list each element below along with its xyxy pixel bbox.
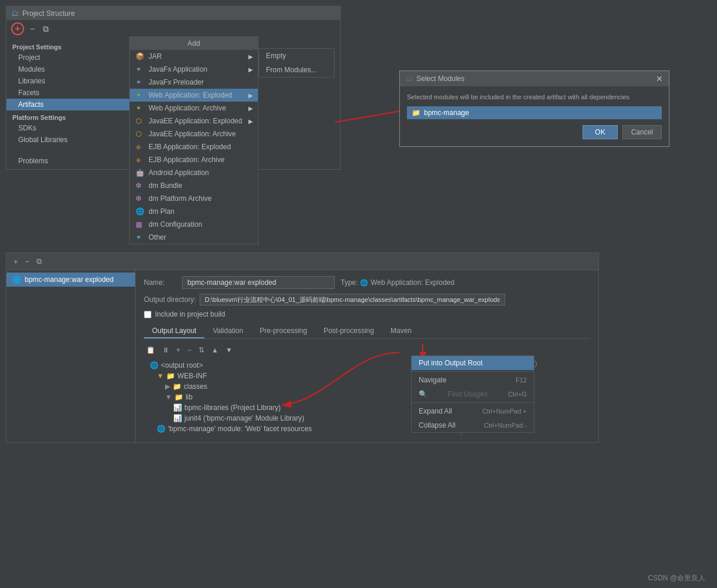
webinf-folder-icon: 📁 [166, 372, 175, 380]
menu-item-dm-bundle[interactable]: ❇ dm Bundle [130, 179, 258, 192]
menu-item-dm-plan[interactable]: 🌐 dm Plan [130, 205, 258, 218]
dm-bundle-icon: ❇ [136, 182, 145, 190]
menu-item-jar-label: JAR [149, 52, 162, 61]
menu-item-ejb-archive[interactable]: ◈ EJB Application: Archive [130, 153, 258, 166]
menu-item-web-exploded-label: Web Application: Exploded [149, 91, 233, 99]
dm-config-icon: ▦ [136, 220, 145, 229]
layout-up-btn[interactable]: ▲ [209, 345, 221, 355]
dialog-buttons: OK Cancel [407, 125, 662, 139]
include-build-label: Include in project build [155, 310, 225, 318]
ctx-collapse-all[interactable]: Collapse All Ctrl+NumPad - [412, 418, 534, 432]
webinf-label: WEB-INF [177, 372, 207, 380]
other-icon: ✦ [136, 233, 145, 241]
layout-down-btn[interactable]: ▼ [223, 345, 235, 355]
menu-item-javaee-exploded[interactable]: ⬡ JavaEE Application: Exploded ▶ [130, 115, 258, 127]
bottom-add-button[interactable]: + [11, 256, 21, 267]
menu-item-javaee-archive[interactable]: ⬡ JavaEE Application: Archive [130, 127, 258, 140]
dialog-close-button[interactable]: ✕ [656, 74, 663, 83]
javaee-exploded-icon: ⬡ [136, 117, 145, 125]
sub-menu: Empty From Modules... [258, 48, 335, 78]
menu-item-ejb-exploded[interactable]: ◈ EJB Application: Exploded [130, 140, 258, 153]
lib-expand-icon: ▼ [165, 393, 172, 401]
platform-settings-label: Platform Settings [6, 110, 134, 122]
tab-preprocessing[interactable]: Pre-processing [251, 324, 315, 338]
tab-output-layout[interactable]: Output Layout [144, 324, 204, 338]
menu-item-other[interactable]: ✦ Other [130, 231, 258, 244]
dialog-body: Selected modules will be included in the… [400, 86, 669, 146]
ctx-put-into-output[interactable]: Put into Output Root [412, 356, 534, 370]
ctx-expand-label: Expand All [419, 407, 452, 415]
tab-postprocessing[interactable]: Post-processing [315, 324, 382, 338]
jar-arrow: ▶ [248, 53, 253, 60]
ctx-divider-2 [412, 402, 534, 403]
menu-item-javafx-preloader[interactable]: ✦ JavaFx Preloader [130, 76, 258, 89]
tab-validation[interactable]: Validation [204, 324, 251, 338]
sidebar-item-facets[interactable]: Facets [6, 87, 134, 99]
output-dir-input[interactable] [200, 294, 505, 305]
dialog-title: Select Modules [416, 75, 464, 83]
menu-item-dm-platform-label: dm Platform Archive [149, 194, 211, 203]
sidebar-item-project[interactable]: Project [6, 52, 134, 63]
web-facet-icon: 🌐 [157, 425, 166, 433]
menu-item-javafx-app-label: JavaFx Application [149, 65, 207, 73]
remove-button[interactable]: − [28, 23, 37, 34]
spacer [6, 150, 134, 155]
layout-add-btn[interactable]: + [174, 345, 183, 355]
bottom-remove-button[interactable]: − [23, 256, 32, 267]
output-root-icon: 🌐 [150, 361, 159, 369]
sidebar-item-problems[interactable]: Problems [6, 155, 134, 167]
bottom-copy-button[interactable]: ⧉ [34, 256, 44, 267]
junit4-label: junit4 ('bpmc-manage' Module Library) [184, 414, 304, 422]
ejb-exploded-icon: ◈ [136, 143, 145, 151]
output-root-label: <output root> [161, 361, 203, 369]
menu-item-dm-platform[interactable]: ❇ dm Platform Archive [130, 192, 258, 205]
detail-name-input[interactable] [182, 276, 335, 289]
panel-titlebar: 🗂 Project Structure [6, 6, 340, 20]
sub-menu-empty[interactable]: Empty [259, 49, 334, 63]
menu-item-dm-config[interactable]: ▦ dm Configuration [130, 218, 258, 231]
ctx-divider-1 [412, 371, 534, 372]
artifact-list-item-war-exploded[interactable]: 🌐 bpmc-manage:war exploded [6, 273, 135, 287]
menu-item-android[interactable]: 🤖 Android Application [130, 166, 258, 179]
menu-item-web-exploded[interactable]: ✦ Web Application: Exploded ▶ [130, 89, 258, 102]
module-list-item[interactable]: 📁 bpmc-manage [407, 106, 662, 119]
dialog-titlebar: 🗂 Select Modules ✕ [400, 71, 669, 86]
menu-item-ejb-exploded-label: EJB Application: Exploded [149, 143, 231, 151]
layout-show-btn[interactable]: 📋 [144, 345, 157, 355]
menu-item-web-archive[interactable]: ✦ Web Application: Archive ▶ [130, 102, 258, 115]
project-icon: 🗂 [11, 9, 19, 18]
module-name: bpmc-manage [424, 109, 469, 117]
sidebar-item-global-libraries[interactable]: Global Libraries [6, 134, 134, 146]
layout-sort-btn[interactable]: ⇅ [196, 345, 207, 355]
ctx-find-usages[interactable]: 🔍 Find Usages Ctrl+G [412, 387, 534, 401]
sub-menu-from-modules[interactable]: From Modules... [259, 63, 334, 77]
menu-item-javafx-preloader-label: JavaFx Preloader [149, 78, 204, 86]
ctx-navigate-shortcut: F12 [516, 377, 527, 384]
ctx-navigate[interactable]: Navigate F12 [412, 373, 534, 387]
jar-icon: 📦 [136, 52, 145, 61]
copy-button[interactable]: ⧉ [41, 23, 51, 35]
layout-remove-btn[interactable]: − [185, 345, 194, 355]
sidebar-item-artifacts[interactable]: Artifacts [6, 99, 134, 110]
web-archive-icon: ✦ [136, 104, 145, 112]
add-button[interactable]: + [11, 22, 24, 35]
sidebar-item-modules[interactable]: Modules [6, 63, 134, 75]
artifact-list-item-label: bpmc-manage:war exploded [25, 275, 113, 284]
tab-maven[interactable]: Maven [382, 324, 420, 338]
classes-label: classes [184, 382, 207, 391]
ctx-expand-all[interactable]: Expand All Ctrl+NumPad + [412, 404, 534, 418]
ctx-find-usages-shortcut: Ctrl+G [508, 391, 527, 398]
menu-item-javafx-app[interactable]: ✦ JavaFx Application ▶ [130, 63, 258, 76]
ok-button[interactable]: OK [583, 125, 617, 139]
menu-item-jar[interactable]: 📦 JAR ▶ [130, 50, 258, 63]
include-build-checkbox[interactable] [144, 311, 152, 318]
cancel-button[interactable]: Cancel [622, 125, 662, 139]
war-exploded-icon: 🌐 [12, 275, 21, 284]
find-usages-icon: 🔍 [419, 390, 427, 398]
layout-col-btn[interactable]: ⏸ [160, 345, 171, 355]
ejb-archive-icon: ◈ [136, 156, 145, 164]
sidebar-item-libraries[interactable]: Libraries [6, 75, 134, 87]
sidebar-item-sdks[interactable]: SDKs [6, 122, 134, 134]
web-exploded-arrow: ▶ [248, 92, 253, 99]
android-icon: 🤖 [136, 169, 145, 177]
